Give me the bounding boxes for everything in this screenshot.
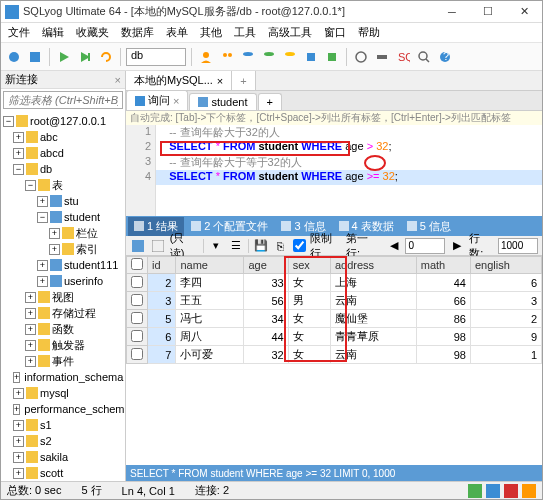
tree-node[interactable]: +视图	[1, 289, 125, 305]
row-checkbox[interactable]	[131, 348, 143, 360]
menu-help[interactable]: 帮助	[353, 23, 385, 42]
column-header[interactable]: sex	[288, 257, 330, 274]
expand-icon[interactable]: +	[25, 356, 36, 367]
table-row[interactable]: 5冯七34女魔仙堡862	[127, 310, 542, 328]
menu-advanced[interactable]: 高级工具	[263, 23, 317, 42]
tree-node[interactable]: +abcd	[1, 145, 125, 161]
new-query-tab[interactable]: +	[258, 93, 282, 110]
expand-icon[interactable]: −	[3, 116, 14, 127]
tree-node[interactable]: +scott	[1, 465, 125, 481]
tree-root[interactable]: − root@127.0.0.1	[1, 113, 125, 129]
row-checkbox[interactable]	[131, 276, 143, 288]
tree-node[interactable]: +sakila	[1, 449, 125, 465]
menu-database[interactable]: 数据库	[116, 23, 159, 42]
menu-edit[interactable]: 编辑	[37, 23, 69, 42]
import-icon[interactable]	[323, 48, 341, 66]
tree-node[interactable]: −student	[1, 209, 125, 225]
tree-node[interactable]: −db	[1, 161, 125, 177]
tree-node[interactable]: +索引	[1, 241, 125, 257]
result-grid[interactable]: idnameagesexaddressmathenglish 2李四33女上海4…	[126, 256, 542, 465]
query-tab[interactable]: 询问 ×	[126, 90, 188, 110]
tree-node[interactable]: +stu	[1, 193, 125, 209]
expand-icon[interactable]: +	[49, 244, 60, 255]
column-header[interactable]: english	[470, 257, 541, 274]
copy-icon[interactable]: ⎘	[273, 238, 289, 254]
form-view-icon[interactable]	[150, 238, 166, 254]
expand-icon[interactable]: +	[13, 436, 24, 447]
tree-node[interactable]: −表	[1, 177, 125, 193]
tree-node[interactable]: +information_schema	[1, 369, 125, 385]
tree-node[interactable]: +事件	[1, 353, 125, 369]
menu-window[interactable]: 窗口	[319, 23, 351, 42]
tree-node[interactable]: +abc	[1, 129, 125, 145]
row-checkbox[interactable]	[131, 330, 143, 342]
backup-icon[interactable]	[239, 48, 257, 66]
prev-page-icon[interactable]: ◀	[386, 238, 402, 254]
table-tab[interactable]: student	[189, 93, 256, 110]
new-connection-icon[interactable]	[5, 48, 23, 66]
expand-icon[interactable]: +	[25, 308, 36, 319]
row-checkbox[interactable]	[131, 294, 143, 306]
close-tab-icon[interactable]: ×	[217, 75, 223, 87]
expand-icon[interactable]: +	[25, 292, 36, 303]
expand-icon[interactable]: +	[37, 276, 48, 287]
menu-file[interactable]: 文件	[3, 23, 35, 42]
help-icon[interactable]: ?	[436, 48, 454, 66]
user-icon[interactable]	[197, 48, 215, 66]
minimize-button[interactable]: ─	[438, 3, 466, 21]
expand-icon[interactable]: +	[13, 148, 24, 159]
schedule-icon[interactable]	[352, 48, 370, 66]
sql-editor[interactable]: 自动完成: [Tab]->下个标签，[Ctrl+Space]->列出所有标签，[…	[126, 111, 542, 216]
table-row[interactable]: 7小可爱32女云南981	[127, 346, 542, 364]
grid-view-icon[interactable]	[130, 238, 146, 254]
link-icon[interactable]	[522, 484, 536, 498]
object-tree[interactable]: − root@127.0.0.1 +abc+abcd−db−表+stu−stud…	[1, 111, 125, 481]
tunnel-icon[interactable]	[373, 48, 391, 66]
expand-icon[interactable]: +	[49, 228, 60, 239]
database-selector[interactable]: db	[126, 48, 186, 66]
expand-icon[interactable]: +	[13, 452, 24, 463]
tree-node[interactable]: +mysql	[1, 385, 125, 401]
column-header[interactable]: math	[416, 257, 470, 274]
filter-icon[interactable]: ☰	[228, 238, 244, 254]
expand-icon[interactable]: +	[37, 260, 48, 271]
refresh-icon[interactable]	[97, 48, 115, 66]
expand-icon[interactable]: +	[13, 420, 24, 431]
search-icon[interactable]	[415, 48, 433, 66]
menu-fav[interactable]: 收藏夹	[71, 23, 114, 42]
expand-icon[interactable]: +	[13, 372, 20, 383]
tree-node[interactable]: +触发器	[1, 337, 125, 353]
column-header[interactable]: address	[330, 257, 416, 274]
format-icon[interactable]: SQL	[394, 48, 412, 66]
tree-node[interactable]: +student111	[1, 257, 125, 273]
tree-node[interactable]: +s2	[1, 433, 125, 449]
share-icon[interactable]	[468, 484, 482, 498]
expand-icon[interactable]: −	[13, 164, 24, 175]
table-row[interactable]: 6周八44女青青草原989	[127, 328, 542, 346]
table-filter-input[interactable]	[3, 91, 123, 109]
expand-icon[interactable]: +	[25, 324, 36, 335]
close-button[interactable]: ✕	[510, 3, 538, 21]
table-row[interactable]: 3王五56男云南663	[127, 292, 542, 310]
execute-icon[interactable]	[55, 48, 73, 66]
tree-node[interactable]: +s1	[1, 417, 125, 433]
tree-node[interactable]: +performance_schema	[1, 401, 125, 417]
expand-icon[interactable]: +	[37, 196, 48, 207]
menu-tools[interactable]: 工具	[229, 23, 261, 42]
new-connection-tab[interactable]: +	[232, 71, 255, 90]
social-icon[interactable]	[486, 484, 500, 498]
close-tab-icon[interactable]: ×	[173, 95, 179, 107]
sync-icon[interactable]	[260, 48, 278, 66]
expand-icon[interactable]: +	[13, 468, 24, 479]
expand-icon[interactable]: +	[25, 340, 36, 351]
tree-node[interactable]: +函数	[1, 321, 125, 337]
sidebar-close-icon[interactable]: ×	[115, 74, 121, 86]
table-row[interactable]: 2李四33女上海446	[127, 274, 542, 292]
menu-table[interactable]: 表单	[161, 23, 193, 42]
tree-node[interactable]: +存储过程	[1, 305, 125, 321]
schema-icon[interactable]	[281, 48, 299, 66]
tree-node[interactable]: +栏位	[1, 225, 125, 241]
limit-rows-checkbox[interactable]	[293, 239, 306, 252]
column-header[interactable]: id	[148, 257, 176, 274]
expand-icon[interactable]: +	[13, 388, 24, 399]
